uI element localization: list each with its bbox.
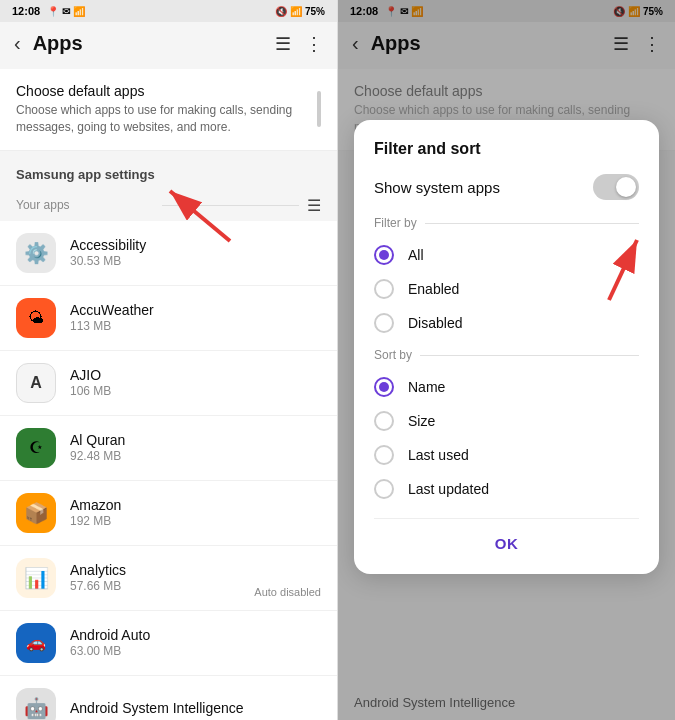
status-bar-left: 12:08 📍 ✉ 📶 🔇 📶 75%: [0, 0, 337, 22]
toggle-knob: [616, 177, 636, 197]
show-system-apps-toggle[interactable]: [593, 174, 639, 200]
app-name-amazon: Amazon: [70, 497, 321, 513]
default-apps-content-left: Choose default apps Choose which apps to…: [16, 83, 307, 136]
app-info-ajio: AJIO 106 MB: [70, 367, 321, 398]
app-icon-accuweather: 🌤: [16, 298, 56, 338]
radio-all: [374, 245, 394, 265]
filter-by-line: [425, 223, 639, 224]
app-name-ajio: AJIO: [70, 367, 321, 383]
radio-inner-name: [379, 382, 389, 392]
app-bar-icons-left: ☰​​ ⋮: [275, 33, 323, 55]
filter-option-all[interactable]: All: [374, 238, 639, 272]
app-item-android-auto[interactable]: 🚗 Android Auto 63.00 MB: [0, 611, 337, 676]
radio-last-updated: [374, 479, 394, 499]
status-time-left: 12:08 📍 ✉ 📶: [12, 5, 85, 17]
app-info-accessibility: Accessibility 30.53 MB: [70, 237, 321, 268]
sort-icon[interactable]: ☰: [307, 196, 321, 215]
app-icon-alquran: ☪: [16, 428, 56, 468]
scroll-indicator-left: [317, 91, 321, 127]
app-item-accessibility[interactable]: ⚙️ Accessibility 30.53 MB: [0, 221, 337, 286]
app-info-accuweather: AccuWeather 113 MB: [70, 302, 321, 333]
right-panel: 12:08 📍 ✉ 📶 🔇 📶 75% ‹ Apps ☰ ⋮ Choose de…: [338, 0, 675, 720]
filter-dialog: Filter and sort Show system apps Filter …: [354, 120, 659, 574]
filter-label-all: All: [408, 247, 424, 263]
your-apps-divider: [162, 205, 300, 206]
sort-option-size[interactable]: Size: [374, 404, 639, 438]
radio-disabled: [374, 313, 394, 333]
app-icon-ajio: A: [16, 363, 56, 403]
samsung-section-header: Samsung app settings: [0, 151, 337, 190]
app-name-android-system: Android System Intelligence: [70, 700, 321, 716]
filter-label-enabled: Enabled: [408, 281, 459, 297]
sort-label-size: Size: [408, 413, 435, 429]
radio-last-used: [374, 445, 394, 465]
filter-option-enabled[interactable]: Enabled: [374, 272, 639, 306]
radio-enabled: [374, 279, 394, 299]
app-icon-android-auto: 🚗: [16, 623, 56, 663]
app-info-android-system: Android System Intelligence: [70, 700, 321, 716]
filter-label-disabled: Disabled: [408, 315, 462, 331]
app-item-analytics[interactable]: 📊 Analytics 57.66 MB Auto disabled: [0, 546, 337, 611]
app-size-ajio: 106 MB: [70, 384, 321, 398]
show-system-apps-row: Show system apps: [374, 174, 639, 200]
app-name-accessibility: Accessibility: [70, 237, 321, 253]
app-size-accessibility: 30.53 MB: [70, 254, 321, 268]
app-size-android-auto: 63.00 MB: [70, 644, 321, 658]
app-size-alquran: 92.48 MB: [70, 449, 321, 463]
ok-button[interactable]: OK: [471, 529, 543, 558]
radio-name: [374, 377, 394, 397]
more-icon-left[interactable]: ⋮: [305, 33, 323, 55]
filter-option-disabled[interactable]: Disabled: [374, 306, 639, 340]
sort-label-last-used: Last used: [408, 447, 469, 463]
default-apps-card-left[interactable]: Choose default apps Choose which apps to…: [0, 69, 337, 151]
app-name-android-auto: Android Auto: [70, 627, 321, 643]
radio-inner-all: [379, 250, 389, 260]
app-name-accuweather: AccuWeather: [70, 302, 321, 318]
app-list: ⚙️ Accessibility 30.53 MB 🌤 AccuWeather …: [0, 221, 337, 720]
page-title-left: Apps: [33, 32, 263, 55]
app-item-amazon[interactable]: 📦 Amazon 192 MB: [0, 481, 337, 546]
filter-dialog-title: Filter and sort: [374, 140, 639, 158]
sort-option-name[interactable]: Name: [374, 370, 639, 404]
your-apps-row: Your apps ☰: [0, 190, 337, 221]
show-system-apps-label: Show system apps: [374, 179, 500, 196]
app-item-accuweather[interactable]: 🌤 AccuWeather 113 MB: [0, 286, 337, 351]
back-button-left[interactable]: ‹: [14, 32, 21, 55]
sort-option-last-updated[interactable]: Last updated: [374, 472, 639, 506]
default-apps-desc-left: Choose which apps to use for making call…: [16, 102, 307, 136]
app-info-android-auto: Android Auto 63.00 MB: [70, 627, 321, 658]
search-icon-left[interactable]: ☰​​: [275, 33, 291, 55]
time-left: 12:08: [12, 5, 40, 17]
app-icon-android-system: 🤖: [16, 688, 56, 720]
app-item-alquran[interactable]: ☪ Al Quran 92.48 MB: [0, 416, 337, 481]
app-icon-amazon: 📦: [16, 493, 56, 533]
app-icon-accessibility: ⚙️: [16, 233, 56, 273]
sort-label-last-updated: Last updated: [408, 481, 489, 497]
default-apps-title-left: Choose default apps: [16, 83, 307, 99]
app-icon-analytics: 📊: [16, 558, 56, 598]
app-bar-left: ‹ Apps ☰​​ ⋮: [0, 22, 337, 65]
left-panel: 12:08 📍 ✉ 📶 🔇 📶 75% ‹ Apps ☰​​ ⋮ Choose …: [0, 0, 338, 720]
app-info-alquran: Al Quran 92.48 MB: [70, 432, 321, 463]
app-badge-analytics: Auto disabled: [254, 586, 321, 598]
sort-by-line: [420, 355, 639, 356]
app-size-accuweather: 113 MB: [70, 319, 321, 333]
app-item-android-system[interactable]: 🤖 Android System Intelligence: [0, 676, 337, 720]
app-name-alquran: Al Quran: [70, 432, 321, 448]
status-icons-left: 🔇 📶 75%: [275, 6, 325, 17]
app-name-analytics: Analytics: [70, 562, 321, 578]
app-info-amazon: Amazon 192 MB: [70, 497, 321, 528]
sort-by-label: Sort by: [374, 348, 639, 362]
filter-by-label: Filter by: [374, 216, 639, 230]
sort-label-name: Name: [408, 379, 445, 395]
your-apps-label: Your apps: [16, 198, 154, 212]
radio-size: [374, 411, 394, 431]
app-size-amazon: 192 MB: [70, 514, 321, 528]
ok-btn-row: OK: [374, 518, 639, 558]
app-item-ajio[interactable]: A AJIO 106 MB: [0, 351, 337, 416]
sort-option-last-used[interactable]: Last used: [374, 438, 639, 472]
